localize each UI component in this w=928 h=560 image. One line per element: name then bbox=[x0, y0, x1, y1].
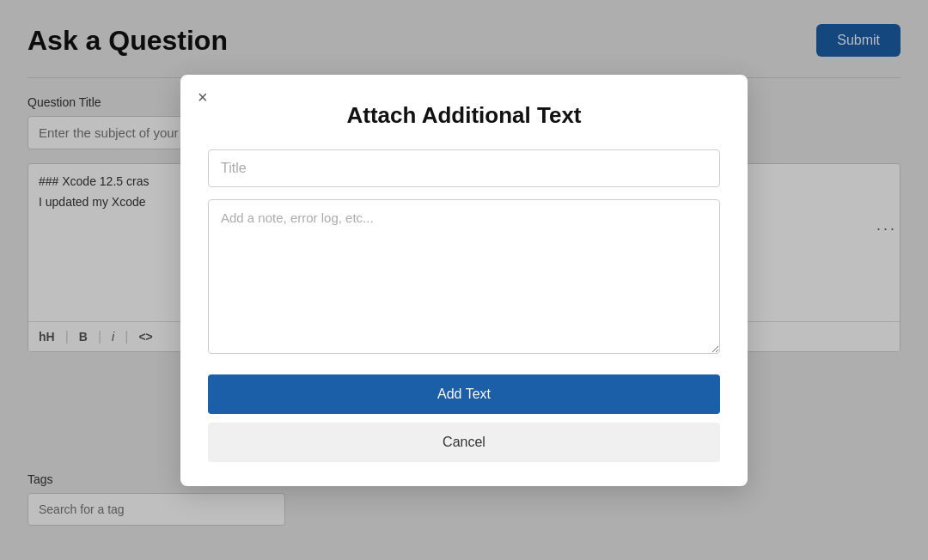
modal-dialog: × Attach Additional Text Add Text Cancel bbox=[180, 75, 748, 486]
modal-cancel-button[interactable]: Cancel bbox=[208, 423, 720, 462]
modal-title: Attach Additional Text bbox=[208, 102, 720, 129]
modal-close-button[interactable]: × bbox=[198, 88, 208, 106]
modal-body-textarea[interactable] bbox=[208, 199, 720, 354]
modal-overlay: × Attach Additional Text Add Text Cancel bbox=[0, 0, 928, 560]
modal-add-button[interactable]: Add Text bbox=[208, 374, 720, 414]
page-background: Ask a Question Submit Question Title Liv… bbox=[0, 0, 928, 560]
modal-title-input[interactable] bbox=[208, 149, 720, 187]
